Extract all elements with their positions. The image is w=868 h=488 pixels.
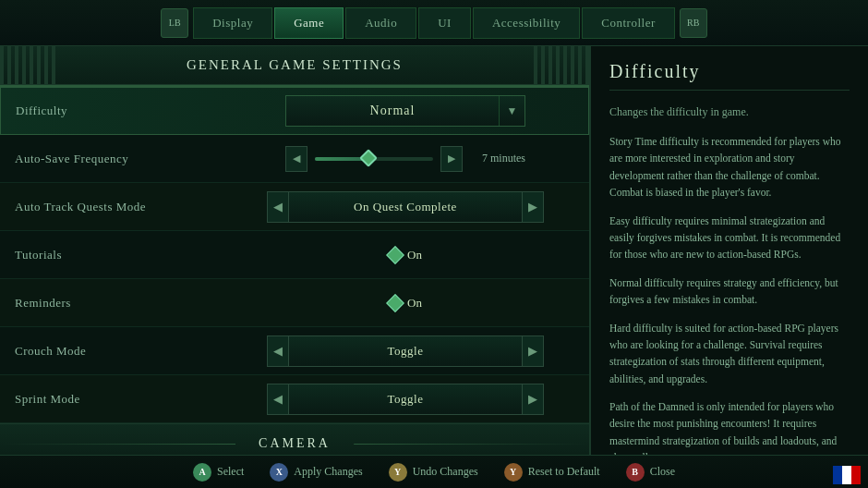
select-badge: A: [193, 463, 211, 482]
flag-icon: [833, 466, 861, 484]
tab-controller[interactable]: Controller: [582, 7, 674, 39]
right-panel-title: Difficulty: [609, 61, 850, 91]
toggle-value-tutorials: On: [407, 248, 422, 262]
action-select[interactable]: A Select: [193, 463, 244, 482]
right-bracket[interactable]: RB: [680, 8, 707, 38]
panel-title-wrapper: General Game Settings: [0, 46, 589, 87]
selector-value-autotrack: On Quest Complete: [289, 191, 522, 223]
setting-label-sprint: Sprint Mode: [15, 392, 236, 407]
setting-row-sprint[interactable]: Sprint Mode ◀ Toggle ▶: [0, 375, 589, 423]
setting-label-autotrack: Auto Track Quests Mode: [15, 200, 236, 214]
autosave-control[interactable]: ◀ ▶ 7 minutes: [236, 146, 574, 172]
action-undo[interactable]: Y Undo Changes: [389, 463, 478, 482]
apply-badge: X: [270, 463, 288, 482]
settings-list: Difficulty Normal ▼ Auto-Save Frequency …: [0, 87, 589, 488]
tab-ui[interactable]: UI: [418, 7, 471, 39]
autotrack-control[interactable]: ◀ On Quest Complete ▶: [236, 191, 574, 223]
right-panel-subtitle: Changes the difficulty in game.: [609, 104, 850, 120]
selector-autotrack: ◀ On Quest Complete ▶: [267, 191, 544, 223]
setting-row-autotrack[interactable]: Auto Track Quests Mode ◀ On Quest Comple…: [0, 183, 589, 231]
setting-label-autosave: Auto-Save Frequency: [15, 152, 236, 166]
setting-row-difficulty[interactable]: Difficulty Normal ▼: [0, 87, 589, 135]
crouch-right-arrow[interactable]: ▶: [522, 336, 544, 367]
tab-game[interactable]: Game: [274, 7, 344, 39]
bottom-bar: A Select X Apply Changes Y Undo Changes …: [0, 455, 868, 488]
setting-row-reminders[interactable]: Reminders On: [0, 279, 589, 327]
selector-value-crouch: Toggle: [289, 336, 522, 367]
difficulty-entry-easy: Easy difficulty requires minimal strateg…: [609, 213, 850, 263]
selector-sprint: ◀ Toggle ▶: [267, 384, 544, 415]
sprint-left-arrow[interactable]: ◀: [267, 384, 289, 415]
setting-row-tutorials[interactable]: Tutorials On: [0, 231, 589, 279]
difficulty-text-story: Story Time difficulty is recommended for…: [609, 133, 850, 201]
crouch-left-arrow[interactable]: ◀: [267, 336, 289, 367]
selector-right-arrow[interactable]: ▶: [522, 191, 544, 223]
svg-rect-1: [842, 466, 851, 484]
setting-row-crouch[interactable]: Crouch Mode ◀ Toggle ▶: [0, 327, 589, 375]
selector-left-arrow[interactable]: ◀: [267, 191, 289, 223]
difficulty-text-hard: Hard difficulty is suited for action-bas…: [609, 320, 850, 388]
difficulty-text-easy: Easy difficulty requires minimal strateg…: [609, 213, 850, 263]
dropdown-arrow-icon: ▼: [499, 96, 524, 126]
selector-value-sprint: Toggle: [289, 384, 522, 415]
left-panel: General Game Settings Difficulty Normal …: [0, 46, 591, 488]
crouch-control[interactable]: ◀ Toggle ▶: [236, 336, 574, 367]
reset-badge: Y: [504, 463, 523, 482]
action-reset[interactable]: Y Reset to Default: [504, 463, 600, 482]
undo-label: Undo Changes: [413, 465, 478, 479]
svg-rect-0: [833, 466, 842, 484]
tab-audio[interactable]: Audio: [345, 7, 416, 39]
right-panel: Difficulty Changes the difficulty in gam…: [591, 46, 868, 488]
diamond-icon-reminders: [386, 294, 404, 312]
camera-section-title: Camera: [259, 436, 331, 451]
setting-label-reminders: Reminders: [15, 296, 236, 311]
difficulty-dropdown[interactable]: Normal ▼: [285, 95, 525, 127]
svg-rect-2: [851, 466, 861, 484]
panel-title: General Game Settings: [0, 46, 589, 85]
tab-accessibility[interactable]: Accessibility: [473, 7, 580, 39]
close-badge: B: [626, 463, 645, 482]
setting-label-tutorials: Tutorials: [15, 248, 236, 262]
game-settings-screen: LB Display Game Audio UI Accessibility C…: [0, 0, 868, 488]
difficulty-entry-story: Story Time difficulty is recommended for…: [609, 133, 850, 201]
main-content: General Game Settings Difficulty Normal …: [0, 46, 868, 488]
setting-label-crouch: Crouch Mode: [15, 344, 236, 359]
sprint-control[interactable]: ◀ Toggle ▶: [236, 384, 574, 415]
left-bracket[interactable]: LB: [161, 8, 188, 38]
difficulty-entry-hard: Hard difficulty is suited for action-bas…: [609, 320, 850, 388]
setting-label-difficulty: Difficulty: [16, 104, 237, 118]
tutorials-control[interactable]: On: [236, 248, 574, 262]
selector-crouch: ◀ Toggle ▶: [267, 336, 544, 367]
difficulty-text-normal: Normal difficulty requires strategy and …: [609, 274, 850, 309]
slider-thumb: [359, 149, 378, 167]
toggle-value-reminders: On: [407, 296, 422, 311]
difficulty-control[interactable]: Normal ▼: [237, 95, 573, 127]
difficulty-entry-normal: Normal difficulty requires strategy and …: [609, 274, 850, 309]
setting-row-autosave[interactable]: Auto-Save Frequency ◀ ▶ 7 minutes: [0, 135, 589, 183]
slider-track[interactable]: [315, 157, 433, 161]
select-label: Select: [217, 465, 244, 479]
diamond-icon-tutorials: [386, 246, 404, 264]
top-navigation: LB Display Game Audio UI Accessibility C…: [0, 0, 868, 46]
undo-badge: Y: [389, 463, 407, 482]
difficulty-value: Normal: [286, 104, 499, 118]
reset-label: Reset to Default: [528, 465, 600, 479]
slider-left-arrow[interactable]: ◀: [285, 146, 307, 172]
sprint-right-arrow[interactable]: ▶: [522, 384, 544, 415]
action-apply[interactable]: X Apply Changes: [270, 463, 362, 482]
tab-display[interactable]: Display: [193, 7, 272, 39]
apply-label: Apply Changes: [294, 465, 362, 479]
close-label: Close: [650, 465, 675, 479]
slider-control: ◀ ▶ 7 minutes: [285, 146, 525, 172]
action-close[interactable]: B Close: [626, 463, 675, 482]
reminders-control[interactable]: On: [236, 296, 574, 311]
toggle-reminders: On: [389, 296, 422, 311]
slider-right-arrow[interactable]: ▶: [440, 146, 463, 172]
slider-value: 7 minutes: [470, 152, 525, 165]
toggle-tutorials: On: [389, 248, 422, 262]
